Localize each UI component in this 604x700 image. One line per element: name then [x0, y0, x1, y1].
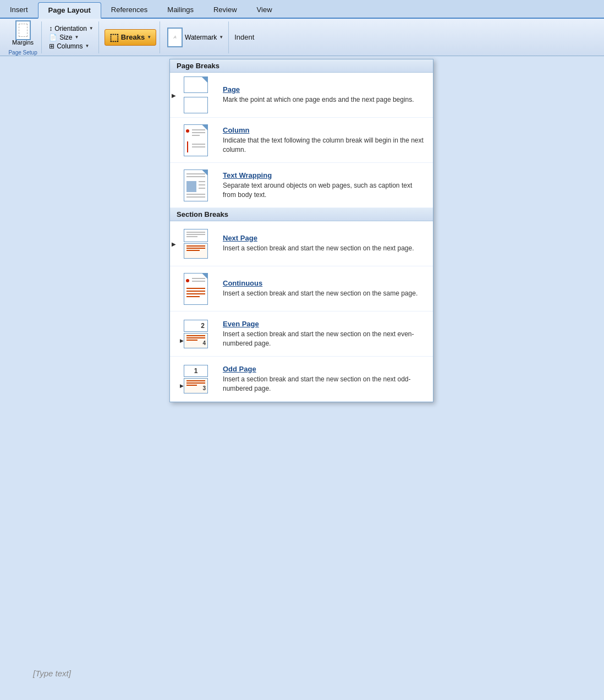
column-break-text: Column Indicate that the text following … [223, 126, 426, 155]
text-wrap-icon [177, 167, 215, 203]
watermark-group: A Watermark ▼ [162, 21, 229, 53]
tab-references[interactable]: References [101, 2, 157, 18]
menu-item-text-wrapping[interactable]: Text Wrapping Separate text around objec… [170, 163, 433, 208]
text-wrap-text: Text Wrapping Separate text around objec… [223, 171, 426, 200]
margins-icon [14, 21, 32, 39]
tab-page-layout[interactable]: Page Layout [38, 2, 101, 19]
columns-label: Columns [57, 42, 83, 50]
next-page-desc: Insert a section break and start the new… [223, 244, 414, 253]
breaks-dropdown-arrow: ▼ [147, 35, 151, 40]
page-breaks-header: Page Breaks [170, 59, 433, 73]
even-page-desc: Insert a section break and start the new… [223, 330, 426, 348]
ribbon-tab-bar: Insert Page Layout References Mailings R… [0, 0, 604, 19]
orientation-dropdown-arrow: ▼ [89, 26, 94, 31]
tab-insert[interactable]: Insert [0, 2, 38, 18]
column-break-desc: Indicate that the text following the col… [223, 136, 426, 155]
text-wrap-title: Text Wrapping [223, 171, 426, 179]
ribbon-toolbar: Margins Page Setup ↕ Orientation ▼ 📄 Siz… [0, 19, 604, 56]
even-page-icon: 2 ▶ 4 [177, 316, 215, 352]
columns-dropdown-arrow: ▼ [85, 43, 89, 48]
watermark-icon: A [167, 28, 183, 47]
orientation-size-columns-group: ↕ Orientation ▼ 📄 Size ▼ ⊞ Columns ▼ [44, 21, 99, 53]
tab-view[interactable]: View [247, 2, 282, 18]
page-break-text: Page Mark the point at which one page en… [223, 85, 414, 105]
menu-item-odd-page[interactable]: 1 ▶ 3 Odd Page Insert a section break an… [170, 357, 433, 402]
watermark-label: Watermark [185, 34, 217, 41]
indent-label: Indent [234, 33, 254, 41]
page-arrow-indicator: ▶ [172, 92, 176, 98]
even-page-text: Even Page Insert a section break and sta… [223, 320, 426, 348]
odd-page-desc: Insert a section break and start the new… [223, 375, 426, 393]
watermark-dropdown-arrow: ▼ [219, 35, 223, 40]
odd-page-icon: 1 ▶ 3 [177, 361, 215, 397]
page-break-title: Page [223, 85, 414, 94]
next-page-text: Next Page Insert a section break and sta… [223, 234, 414, 253]
size-button[interactable]: 📄 Size ▼ [47, 33, 80, 42]
breaks-icon: ⬚ [109, 31, 119, 43]
column-break-title: Column [223, 126, 426, 134]
breaks-button[interactable]: ⬚ Breaks ▼ [105, 29, 156, 46]
continuous-title: Continuous [223, 279, 418, 287]
columns-button[interactable]: ⊞ Columns ▼ [47, 42, 91, 51]
tab-mailings[interactable]: Mailings [157, 2, 204, 18]
orientation-button[interactable]: ↕ Orientation ▼ [47, 24, 95, 33]
page-setup-label: Page Setup [8, 50, 38, 56]
continuous-text: Continuous Insert a section break and st… [223, 279, 418, 298]
continuous-icon [177, 271, 215, 307]
columns-icon: ⊞ [49, 42, 54, 50]
menu-item-even-page[interactable]: 2 ▶ 4 Even Page Insert a section break a… [170, 311, 433, 357]
breaks-label: Breaks [121, 33, 145, 41]
margins-button[interactable]: Margins [8, 19, 38, 48]
next-page-arrow-indicator: ▶ [172, 240, 176, 247]
menu-item-next-page[interactable]: ▶ Next Page Insert a section break and [170, 221, 433, 266]
menu-item-continuous[interactable]: Continuous Insert a section break and st… [170, 266, 433, 311]
breaks-group: ⬚ Breaks ▼ [101, 21, 160, 53]
orientation-icon: ↕ [49, 25, 52, 32]
next-page-title: Next Page [223, 234, 414, 242]
margins-group: Margins Page Setup [4, 21, 42, 53]
indent-group: Indent [231, 21, 257, 53]
continuous-desc: Insert a section break and start the new… [223, 289, 418, 298]
text-wrap-desc: Separate text around objects on web page… [223, 181, 426, 200]
next-page-icon [177, 226, 215, 261]
column-break-icon [177, 122, 215, 158]
menu-item-column[interactable]: Column Indicate that the text following … [170, 118, 433, 163]
section-breaks-header: Section Breaks [170, 208, 433, 221]
page-break-desc: Mark the point at which one page ends an… [223, 95, 414, 105]
doc-placeholder-text[interactable]: [Type text] [33, 669, 71, 678]
size-icon: 📄 [49, 34, 57, 41]
watermark-button[interactable]: A Watermark ▼ [166, 27, 225, 48]
orientation-label: Orientation [54, 25, 87, 32]
page-break-icon [177, 77, 215, 113]
menu-item-page[interactable]: ▶ Page Mark the point at which one page … [170, 73, 433, 118]
odd-page-text: Odd Page Insert a section break and star… [223, 365, 426, 393]
even-page-title: Even Page [223, 320, 426, 328]
size-dropdown-arrow: ▼ [74, 35, 79, 40]
odd-page-title: Odd Page [223, 365, 426, 373]
size-label: Size [59, 34, 72, 41]
breaks-dropdown-panel: Page Breaks ▶ Page Mark the point at whi… [169, 59, 433, 402]
tab-review[interactable]: Review [204, 2, 247, 18]
